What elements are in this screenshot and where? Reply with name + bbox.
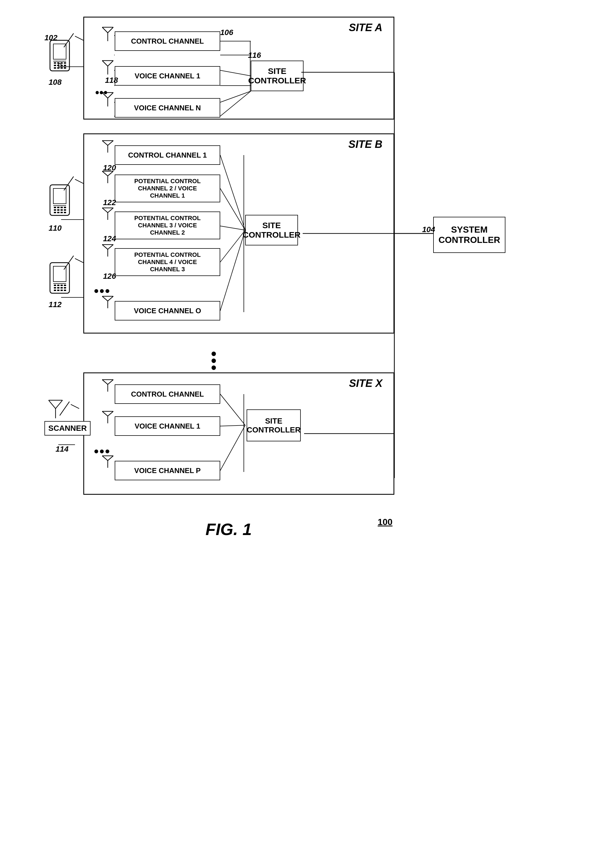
svg-rect-115 [64,65,66,66]
svg-rect-147 [57,287,59,288]
svg-line-157 [49,400,56,409]
svg-line-79 [220,226,245,230]
svg-rect-127 [60,207,63,208]
svg-rect-110 [60,62,63,64]
site-x-box: SITE X CONTROL CHANNEL VOICE CHANNEL 1 V… [83,372,394,495]
ref-104: 104 [422,225,435,234]
svg-rect-143 [57,285,59,286]
svg-rect-117 [57,67,59,69]
svg-rect-112 [54,65,56,66]
svg-rect-129 [54,209,56,211]
svg-rect-116 [54,67,56,69]
svg-rect-145 [64,285,66,286]
svg-rect-118 [60,67,63,69]
svg-line-77 [220,155,245,230]
svg-rect-114 [60,65,63,66]
svg-rect-128 [64,207,66,208]
site-b-internal-lines [84,134,394,333]
site-b-box: SITE B CONTROL CHANNEL 1 POTENTIAL CONTR… [83,133,394,333]
svg-rect-113 [57,65,59,66]
svg-rect-135 [60,212,63,213]
svg-rect-108 [54,62,56,64]
ref-114: 114 [56,445,69,454]
svg-rect-148 [60,287,63,288]
site-x-internal-lines [84,373,394,494]
svg-rect-152 [60,290,63,291]
svg-line-121 [75,36,83,40]
svg-line-137 [64,177,74,191]
svg-line-138 [75,179,83,183]
signal-112 [62,254,85,271]
svg-rect-144 [60,285,63,286]
svg-rect-149 [64,287,66,288]
site-a-box: SITE A CONTROL CHANNEL VOICE CHANNEL 1 V… [83,17,394,119]
signal-102 [62,32,85,49]
svg-rect-126 [57,207,59,208]
svg-rect-111 [64,62,66,64]
svg-rect-119 [64,67,66,69]
svg-line-54 [220,91,251,102]
site-a-internal-lines [84,17,394,119]
svg-line-95 [220,394,245,425]
figure-label: FIG. 1 [206,520,252,539]
system-controller-box: SYSTEM CONTROLLER [433,217,505,253]
signal-scanner [58,400,80,417]
svg-line-96 [220,425,245,426]
svg-rect-136 [64,212,66,213]
svg-line-52 [220,70,251,76]
svg-rect-151 [57,290,59,291]
svg-rect-130 [57,209,59,211]
svg-rect-150 [54,290,56,291]
svg-line-120 [64,33,74,47]
svg-rect-131 [60,209,63,211]
svg-line-97 [220,425,245,471]
between-sites-dots3: • [211,358,216,376]
scanner-box: SCANNER [45,421,91,436]
ref-100: 100 [378,517,393,527]
ref-112: 112 [49,300,62,309]
svg-rect-133 [54,212,56,213]
svg-rect-153 [64,290,66,291]
svg-line-78 [220,188,245,230]
svg-line-160 [60,401,70,415]
svg-line-155 [75,259,83,263]
signal-110 [62,175,85,192]
svg-rect-132 [64,209,66,211]
svg-line-154 [64,256,74,270]
ref-108: 108 [49,78,62,87]
svg-line-80 [220,230,245,262]
ref-110: 110 [49,224,62,232]
svg-rect-125 [54,207,56,208]
svg-line-55 [220,91,251,116]
svg-rect-134 [57,212,59,213]
svg-rect-109 [57,62,59,64]
svg-line-81 [220,230,245,311]
svg-rect-146 [54,287,56,288]
svg-rect-142 [54,285,56,286]
svg-line-161 [71,405,79,409]
